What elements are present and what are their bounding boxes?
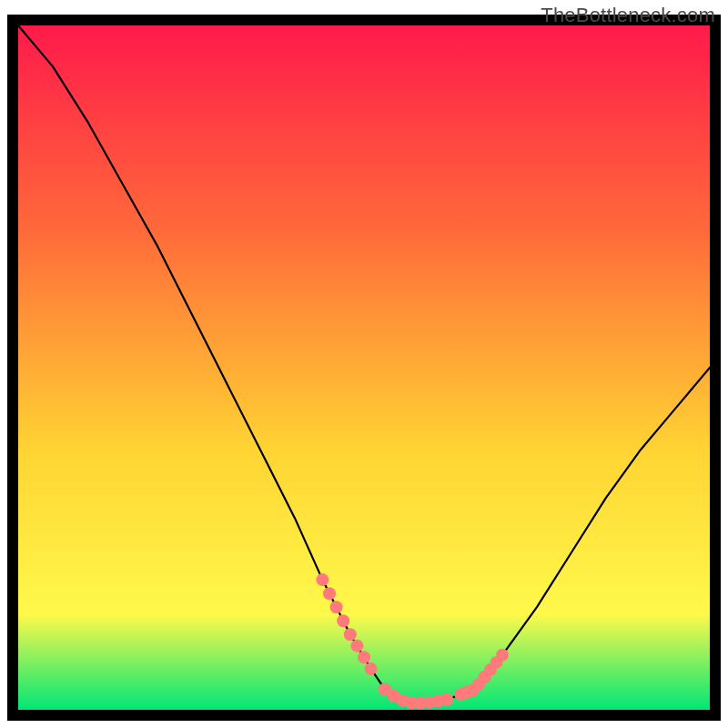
highlight-dot: [365, 662, 378, 675]
highlight-dot: [350, 640, 363, 652]
watermark-text: TheBottleneck.com: [541, 4, 715, 27]
bottleneck-chart: TheBottleneck.com: [0, 0, 728, 728]
highlight-dot: [344, 628, 357, 641]
highlight-dot: [337, 614, 349, 627]
chart-svg: [0, 0, 728, 728]
highlight-dot: [358, 651, 370, 663]
highlight-dot: [330, 601, 343, 613]
gradient-background: [18, 25, 710, 710]
highlight-dot: [496, 649, 509, 662]
highlight-dot: [440, 693, 453, 706]
highlight-dot: [316, 573, 329, 586]
highlight-dot: [323, 587, 336, 600]
